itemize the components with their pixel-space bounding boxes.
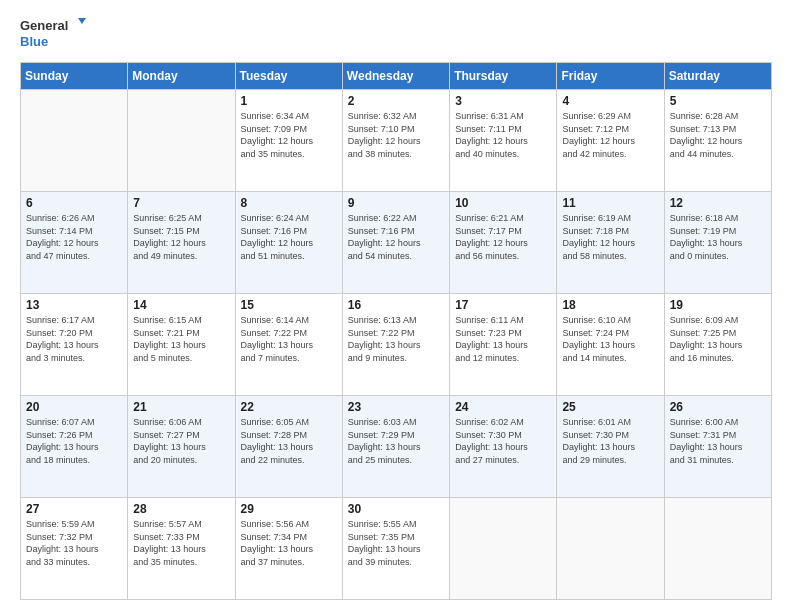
day-number: 27 (26, 502, 122, 516)
day-info: Sunrise: 6:13 AM Sunset: 7:22 PM Dayligh… (348, 314, 444, 364)
calendar-cell: 24Sunrise: 6:02 AM Sunset: 7:30 PM Dayli… (450, 396, 557, 498)
day-info: Sunrise: 6:07 AM Sunset: 7:26 PM Dayligh… (26, 416, 122, 466)
calendar-cell: 15Sunrise: 6:14 AM Sunset: 7:22 PM Dayli… (235, 294, 342, 396)
day-info: Sunrise: 6:02 AM Sunset: 7:30 PM Dayligh… (455, 416, 551, 466)
day-number: 22 (241, 400, 337, 414)
svg-marker-1 (78, 18, 86, 24)
day-info: Sunrise: 6:18 AM Sunset: 7:19 PM Dayligh… (670, 212, 766, 262)
day-info: Sunrise: 6:34 AM Sunset: 7:09 PM Dayligh… (241, 110, 337, 160)
day-number: 29 (241, 502, 337, 516)
weekday-header-saturday: Saturday (664, 63, 771, 90)
day-number: 26 (670, 400, 766, 414)
calendar-cell: 26Sunrise: 6:00 AM Sunset: 7:31 PM Dayli… (664, 396, 771, 498)
calendar-cell: 25Sunrise: 6:01 AM Sunset: 7:30 PM Dayli… (557, 396, 664, 498)
day-number: 2 (348, 94, 444, 108)
calendar-cell (128, 90, 235, 192)
calendar-cell: 9Sunrise: 6:22 AM Sunset: 7:16 PM Daylig… (342, 192, 449, 294)
day-info: Sunrise: 6:21 AM Sunset: 7:17 PM Dayligh… (455, 212, 551, 262)
calendar-week-row: 6Sunrise: 6:26 AM Sunset: 7:14 PM Daylig… (21, 192, 772, 294)
calendar-cell: 4Sunrise: 6:29 AM Sunset: 7:12 PM Daylig… (557, 90, 664, 192)
day-info: Sunrise: 6:22 AM Sunset: 7:16 PM Dayligh… (348, 212, 444, 262)
calendar-cell (21, 90, 128, 192)
day-number: 30 (348, 502, 444, 516)
calendar-cell: 13Sunrise: 6:17 AM Sunset: 7:20 PM Dayli… (21, 294, 128, 396)
day-info: Sunrise: 5:59 AM Sunset: 7:32 PM Dayligh… (26, 518, 122, 568)
day-info: Sunrise: 6:19 AM Sunset: 7:18 PM Dayligh… (562, 212, 658, 262)
day-info: Sunrise: 6:15 AM Sunset: 7:21 PM Dayligh… (133, 314, 229, 364)
day-number: 5 (670, 94, 766, 108)
calendar-week-row: 27Sunrise: 5:59 AM Sunset: 7:32 PM Dayli… (21, 498, 772, 600)
day-number: 13 (26, 298, 122, 312)
calendar-cell (450, 498, 557, 600)
calendar-cell: 10Sunrise: 6:21 AM Sunset: 7:17 PM Dayli… (450, 192, 557, 294)
weekday-header-row: SundayMondayTuesdayWednesdayThursdayFrid… (21, 63, 772, 90)
calendar-cell: 28Sunrise: 5:57 AM Sunset: 7:33 PM Dayli… (128, 498, 235, 600)
calendar-cell: 8Sunrise: 6:24 AM Sunset: 7:16 PM Daylig… (235, 192, 342, 294)
day-number: 18 (562, 298, 658, 312)
day-number: 25 (562, 400, 658, 414)
calendar-cell: 5Sunrise: 6:28 AM Sunset: 7:13 PM Daylig… (664, 90, 771, 192)
day-info: Sunrise: 6:29 AM Sunset: 7:12 PM Dayligh… (562, 110, 658, 160)
day-info: Sunrise: 6:26 AM Sunset: 7:14 PM Dayligh… (26, 212, 122, 262)
weekday-header-monday: Monday (128, 63, 235, 90)
svg-text:General: General (20, 18, 68, 33)
calendar-cell: 16Sunrise: 6:13 AM Sunset: 7:22 PM Dayli… (342, 294, 449, 396)
day-number: 12 (670, 196, 766, 210)
day-number: 6 (26, 196, 122, 210)
day-number: 10 (455, 196, 551, 210)
weekday-header-friday: Friday (557, 63, 664, 90)
calendar-cell: 20Sunrise: 6:07 AM Sunset: 7:26 PM Dayli… (21, 396, 128, 498)
day-info: Sunrise: 6:11 AM Sunset: 7:23 PM Dayligh… (455, 314, 551, 364)
day-number: 21 (133, 400, 229, 414)
calendar-cell: 3Sunrise: 6:31 AM Sunset: 7:11 PM Daylig… (450, 90, 557, 192)
day-info: Sunrise: 6:09 AM Sunset: 7:25 PM Dayligh… (670, 314, 766, 364)
calendar-cell: 2Sunrise: 6:32 AM Sunset: 7:10 PM Daylig… (342, 90, 449, 192)
weekday-header-tuesday: Tuesday (235, 63, 342, 90)
day-info: Sunrise: 6:28 AM Sunset: 7:13 PM Dayligh… (670, 110, 766, 160)
logo-svg: General Blue (20, 16, 90, 52)
day-info: Sunrise: 6:32 AM Sunset: 7:10 PM Dayligh… (348, 110, 444, 160)
calendar-cell (664, 498, 771, 600)
day-info: Sunrise: 5:55 AM Sunset: 7:35 PM Dayligh… (348, 518, 444, 568)
day-number: 16 (348, 298, 444, 312)
day-number: 24 (455, 400, 551, 414)
calendar-table: SundayMondayTuesdayWednesdayThursdayFrid… (20, 62, 772, 600)
day-number: 1 (241, 94, 337, 108)
calendar-cell (557, 498, 664, 600)
day-info: Sunrise: 6:01 AM Sunset: 7:30 PM Dayligh… (562, 416, 658, 466)
day-info: Sunrise: 6:10 AM Sunset: 7:24 PM Dayligh… (562, 314, 658, 364)
calendar-cell: 14Sunrise: 6:15 AM Sunset: 7:21 PM Dayli… (128, 294, 235, 396)
day-info: Sunrise: 6:14 AM Sunset: 7:22 PM Dayligh… (241, 314, 337, 364)
day-number: 11 (562, 196, 658, 210)
weekday-header-wednesday: Wednesday (342, 63, 449, 90)
calendar-cell: 1Sunrise: 6:34 AM Sunset: 7:09 PM Daylig… (235, 90, 342, 192)
day-number: 15 (241, 298, 337, 312)
day-number: 20 (26, 400, 122, 414)
day-number: 28 (133, 502, 229, 516)
day-info: Sunrise: 6:31 AM Sunset: 7:11 PM Dayligh… (455, 110, 551, 160)
calendar-cell: 27Sunrise: 5:59 AM Sunset: 7:32 PM Dayli… (21, 498, 128, 600)
day-number: 8 (241, 196, 337, 210)
calendar-cell: 22Sunrise: 6:05 AM Sunset: 7:28 PM Dayli… (235, 396, 342, 498)
day-number: 23 (348, 400, 444, 414)
calendar-week-row: 13Sunrise: 6:17 AM Sunset: 7:20 PM Dayli… (21, 294, 772, 396)
day-info: Sunrise: 6:24 AM Sunset: 7:16 PM Dayligh… (241, 212, 337, 262)
day-info: Sunrise: 6:25 AM Sunset: 7:15 PM Dayligh… (133, 212, 229, 262)
calendar-week-row: 1Sunrise: 6:34 AM Sunset: 7:09 PM Daylig… (21, 90, 772, 192)
day-number: 4 (562, 94, 658, 108)
calendar-cell: 29Sunrise: 5:56 AM Sunset: 7:34 PM Dayli… (235, 498, 342, 600)
calendar-cell: 19Sunrise: 6:09 AM Sunset: 7:25 PM Dayli… (664, 294, 771, 396)
calendar-cell: 17Sunrise: 6:11 AM Sunset: 7:23 PM Dayli… (450, 294, 557, 396)
calendar-cell: 23Sunrise: 6:03 AM Sunset: 7:29 PM Dayli… (342, 396, 449, 498)
day-info: Sunrise: 6:06 AM Sunset: 7:27 PM Dayligh… (133, 416, 229, 466)
day-number: 17 (455, 298, 551, 312)
header: General Blue (20, 16, 772, 52)
page: General Blue SundayMondayTuesdayWednesda… (0, 0, 792, 612)
calendar-week-row: 20Sunrise: 6:07 AM Sunset: 7:26 PM Dayli… (21, 396, 772, 498)
day-number: 9 (348, 196, 444, 210)
day-number: 3 (455, 94, 551, 108)
day-number: 19 (670, 298, 766, 312)
calendar-cell: 18Sunrise: 6:10 AM Sunset: 7:24 PM Dayli… (557, 294, 664, 396)
day-info: Sunrise: 6:05 AM Sunset: 7:28 PM Dayligh… (241, 416, 337, 466)
calendar-cell: 21Sunrise: 6:06 AM Sunset: 7:27 PM Dayli… (128, 396, 235, 498)
